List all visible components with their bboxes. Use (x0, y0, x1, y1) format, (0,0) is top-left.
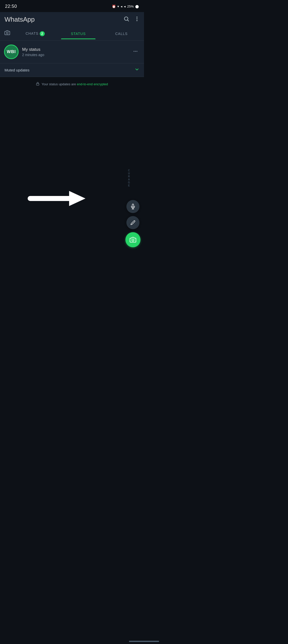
svg-line-1 (128, 20, 129, 21)
svg-point-2 (136, 17, 137, 18)
arrow-annotation (25, 188, 85, 210)
my-status-time: 2 minutes ago (22, 53, 131, 57)
avatar-initials: WBI (7, 49, 16, 54)
svg-point-14 (132, 239, 134, 241)
tab-status[interactable]: STATUS (57, 28, 100, 39)
battery-indicator: 25% (127, 5, 134, 8)
wifi-icon: ▾ (117, 5, 119, 8)
svg-point-7 (135, 51, 136, 52)
status-icons: ⏰ ▾ ◂ ◂ 25% ⬤ (112, 5, 139, 8)
side-char-1: C (128, 169, 130, 172)
muted-updates-row[interactable]: Muted updates (0, 63, 144, 77)
battery-icon: ⬤ (135, 5, 139, 8)
encryption-notice: Your status updates are end-to-end encry… (0, 77, 144, 91)
signal-icon-1: ◂ (121, 5, 122, 8)
side-labels: C U R A G E (128, 169, 130, 187)
side-char-3: R (128, 175, 130, 178)
side-char-4: A (128, 178, 130, 181)
svg-marker-11 (69, 191, 85, 206)
svg-point-5 (6, 32, 8, 34)
tab-bar: CHATS2 STATUS CALLS (0, 26, 144, 41)
my-status-info: My status 2 minutes ago (22, 47, 131, 57)
main-content-area: C U R A G E (0, 91, 144, 267)
app-header: WhatsApp (0, 12, 144, 26)
encryption-link[interactable]: end-to-end encrypted (77, 82, 108, 86)
status-time: 22:50 (5, 4, 17, 9)
svg-point-8 (136, 51, 137, 52)
fab-buttons-area (125, 200, 140, 247)
my-status-title: My status (22, 47, 131, 52)
tab-chats[interactable]: CHATS2 (14, 27, 57, 40)
fab-camera-main-button[interactable] (125, 232, 140, 247)
camera-tab-icon[interactable] (1, 26, 14, 40)
fab-mic-button[interactable] (126, 200, 139, 213)
svg-point-3 (136, 18, 137, 19)
chats-badge: 2 (40, 31, 45, 36)
my-status-avatar: WBI (4, 45, 19, 59)
side-char-5: G (128, 181, 130, 184)
fab-pencil-button[interactable] (126, 216, 139, 229)
lock-icon (36, 82, 39, 86)
my-status-row[interactable]: WBI My status 2 minutes ago (0, 41, 144, 63)
alarm-icon: ⏰ (112, 5, 116, 8)
signal-icon-2: ◂ (124, 5, 126, 8)
muted-chevron-icon (134, 67, 139, 73)
muted-updates-label: Muted updates (5, 68, 29, 72)
side-char-6: E (128, 184, 130, 187)
side-char-2: U (128, 172, 130, 175)
status-bar: 22:50 ⏰ ▾ ◂ ◂ 25% ⬤ (0, 0, 144, 12)
tab-calls[interactable]: CALLS (100, 28, 143, 39)
search-icon[interactable] (123, 16, 129, 23)
header-actions (123, 16, 140, 23)
svg-rect-9 (36, 84, 39, 85)
svg-point-4 (136, 20, 137, 21)
app-title: WhatsApp (5, 16, 35, 23)
more-options-icon[interactable] (134, 16, 140, 23)
my-status-more-button[interactable] (131, 47, 140, 57)
svg-point-6 (134, 51, 134, 52)
encryption-text: Your status updates are end-to-end encry… (41, 82, 108, 86)
